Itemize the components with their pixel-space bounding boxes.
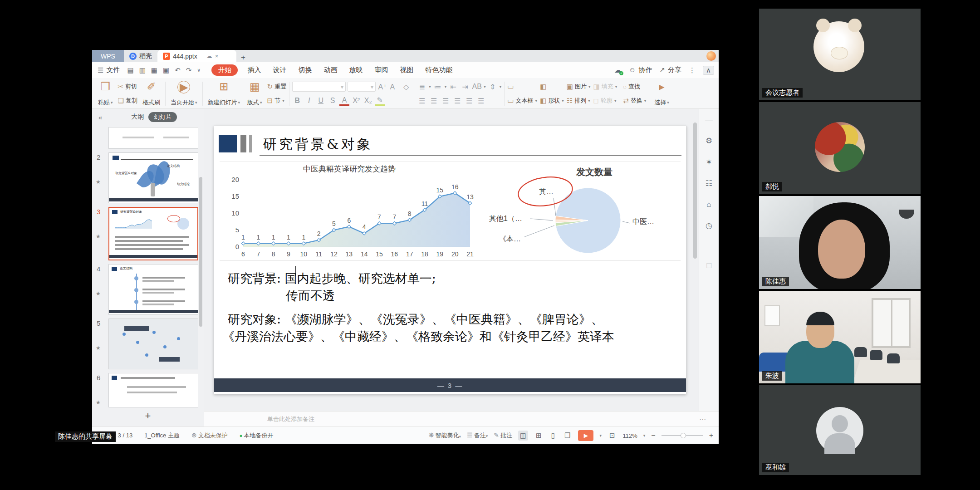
ribbon-decrease-indent-button[interactable]: ⇤ [448,83,458,91]
ribbon-justify-button[interactable]: ☰ [452,97,462,105]
ribbon-重置-button[interactable]: ↻重置 [267,81,287,93]
ribbon-char-spacing-button[interactable]: AB [472,83,482,91]
view-sorter-icon[interactable]: ⊞ [534,431,544,441]
docer-mall-icon[interactable]: ⌂ [706,200,711,209]
thumbnail-scrollbar[interactable] [199,177,202,327]
zoom-level[interactable]: 112% [622,432,637,439]
area-chart[interactable]: 中医典籍英译研究发文趋势0510152016171819110211512613… [222,163,476,260]
export-icon[interactable]: ▥ [139,66,146,74]
slide-thumbnail-2[interactable]: 研究背景&对象论文结构研究结论 [108,152,198,203]
ribbon-numbered-list-button[interactable]: ≔ [433,83,443,91]
ribbon-align-center-button[interactable]: ☰ [429,97,439,105]
font-family-select[interactable]: ▾ [292,82,346,92]
ribbon-highlight-button[interactable]: ✎ [375,96,385,106]
animation-pane-icon[interactable]: ☷ [706,179,712,188]
ribbon-格式刷-button[interactable]: ✐格式刷 [140,80,162,108]
zoom-slider-thumb[interactable] [681,433,686,438]
ribbon-新建幻灯片-button[interactable]: ⊞新建幻灯片▾ [206,80,243,108]
font-size-select[interactable]: ▾ [348,82,376,92]
zoom-in-icon[interactable]: + [709,431,713,440]
participant-tile-会议志愿者[interactable]: 会议志愿者 [759,9,921,100]
undo-icon[interactable]: ↶ [175,66,181,74]
ribbon-粘贴-button[interactable]: ❐粘贴▾ [96,80,115,108]
zoom-dropdown-icon[interactable]: ▾ [643,433,646,438]
menu-tab-审阅[interactable]: 审阅 [368,64,394,76]
ribbon-节-button[interactable]: ⊟节▾ [267,95,287,107]
ribbon-strikethrough-button[interactable]: S [328,97,338,105]
ribbon-当页开始-button[interactable]: ▶当页开始▾ [168,80,200,108]
ribbon-形状-button[interactable]: ◧形状▾ [540,95,564,107]
fit-screen-icon[interactable]: ⊡ [608,431,617,441]
comment-button[interactable]: ✎批注 [494,431,512,440]
ribbon-替换-button[interactable]: ⇄替换▾ [623,95,646,107]
slide-title[interactable]: 研究背景&对象 [263,135,373,154]
notes-bar[interactable]: 单击此处添加备注 ⋯ [204,411,719,427]
ribbon-font-color-button[interactable]: A [339,96,349,106]
cloud-saved-icon[interactable]: ☁✓ [614,66,622,74]
zoom-slider[interactable] [662,435,703,436]
history-icon[interactable]: ◷ [706,221,712,230]
menu-tab-插入[interactable]: 插入 [241,64,267,76]
ribbon-剪切-button[interactable]: ✂剪切 [118,81,137,93]
ribbon-tool-button[interactable]: ▭ [507,81,537,93]
close-tab-icon[interactable]: × [215,53,219,59]
slide-thumbnail-1[interactable] [108,127,198,149]
save-icon[interactable]: ▤ [127,66,133,74]
view-normal-icon[interactable]: ◫ [518,431,528,441]
body-line-1[interactable]: 研究背景: 国内起步晚、研究选材单一; [228,270,436,287]
ribbon-underline-button[interactable]: U [316,97,326,105]
drag-handle-icon[interactable]: — [705,115,713,124]
ribbon-align-left-button[interactable]: ☰ [417,97,427,105]
collab-button[interactable]: ☺协作 [626,66,652,74]
print-icon[interactable]: ▦ [151,66,157,74]
docer-tab[interactable]: D 稻壳 [124,50,157,62]
ribbon-italic-button[interactable]: I [304,97,314,105]
play-dropdown-icon[interactable]: ▾ [599,433,602,438]
beautify-icon[interactable]: ✶ [706,157,712,167]
ribbon-排列-button[interactable]: ☷排列▾ [567,95,591,107]
slideshow-play-button[interactable]: ▶ [578,430,593,441]
ribbon-align-right-button[interactable]: ☰ [441,97,451,105]
menu-tab-视图[interactable]: 视图 [394,64,419,76]
backup-status[interactable]: ●本地备份开 [240,431,274,440]
slide-thumbnail-5[interactable] [108,318,198,369]
slide-thumbnail-6[interactable] [108,373,198,407]
ribbon-tool-button[interactable]: ◧ [540,81,564,93]
tab-slides[interactable]: 幻灯片 [148,112,177,122]
ribbon-row-spacing-button[interactable]: ☰ [476,97,486,105]
ribbon-版式-button[interactable]: ▦版式▾ [245,80,265,108]
notes-more-icon[interactable]: ⋯ [699,415,719,423]
body-line-4[interactable]: 《丹溪治法心要》、《中藏经》、《格致余论》和《针灸甲乙经》英译本 [222,328,614,345]
body-line-2[interactable]: 传而不透 [286,288,335,304]
properties-icon[interactable]: ⚙ [706,136,712,146]
participant-tile-陈佳惠[interactable]: 陈佳惠 [759,196,921,289]
redo-icon[interactable]: ↷ [186,66,192,74]
tab-outline[interactable]: 大纲 [131,113,144,121]
ribbon-increase-indent-button[interactable]: ⇥ [460,83,470,91]
user-avatar[interactable] [706,51,716,61]
hamburger-icon[interactable]: ☰ [98,66,103,74]
ribbon-文本框-button[interactable]: ▭文本框▾ [507,95,537,107]
menu-tab-开始[interactable]: 开始 [211,64,238,76]
collapse-ribbon-icon[interactable]: ∧ [703,66,714,75]
more-options-icon[interactable]: ⋮ [689,66,696,74]
slide-thumbnail-4[interactable]: 论文结构 [108,264,198,315]
view-reading-icon[interactable]: ▯ [549,431,557,441]
participant-tile-郝悦[interactable]: 郝悦 [759,102,921,194]
add-slide-button[interactable]: + [92,410,204,422]
ribbon-distribute-button[interactable]: ☰ [464,97,474,105]
slide-thumbnail-3[interactable]: 研究背景&对象 [108,207,198,260]
ribbon-bold-button[interactable]: B [292,97,302,105]
notes-button[interactable]: ☰备注▾ [467,431,488,440]
menu-tab-特色功能[interactable]: 特色功能 [419,64,458,76]
ribbon-选择-button[interactable]: ▸选择▾ [652,80,671,108]
print-preview-icon[interactable]: ▣ [163,66,169,74]
ribbon-图片-button[interactable]: ▣图片▾ [567,81,591,93]
view-play-icon[interactable]: ❐ [563,431,572,441]
protect-status[interactable]: ⊗文档未保护 [191,431,228,440]
theme-name[interactable]: 1_Office 主题 [144,431,180,440]
ribbon-subscript-button[interactable]: X₂ [363,97,373,105]
smart-beautify-button[interactable]: ❋智能美化▴ [429,431,461,440]
participant-tile-巫和雄[interactable]: 巫和雄 [759,385,921,475]
canvas-scrollbar[interactable] [693,122,697,259]
